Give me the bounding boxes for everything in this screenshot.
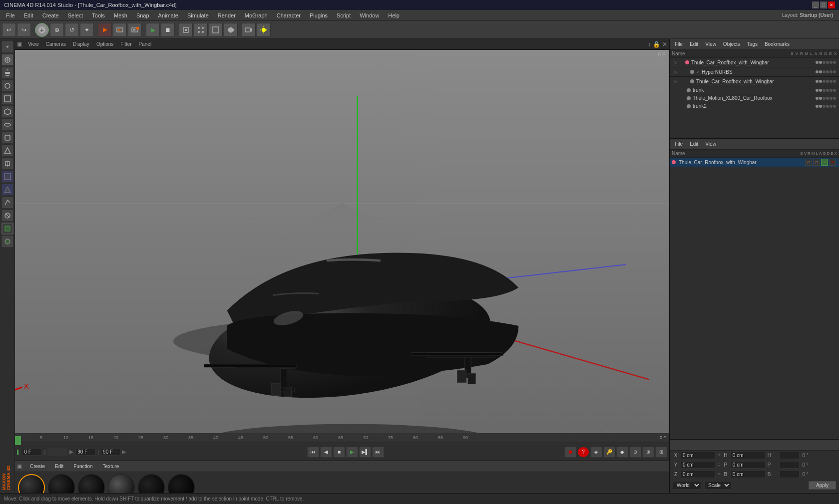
menu-mesh[interactable]: Mesh	[110, 11, 131, 19]
undo-button[interactable]: ↩	[2, 23, 16, 37]
viewport-lock-icon[interactable]: 🔒	[653, 41, 660, 48]
display-menu[interactable]: Display	[70, 41, 92, 47]
left-tool-16[interactable]	[1, 236, 13, 248]
viewport-expand-icon[interactable]: ↕	[648, 41, 651, 48]
obj2-item-1[interactable]: Thule_Car_Roofbox_with_Wingbar ◻ ◻ ✓ ✕	[670, 158, 839, 167]
coord-x-pos[interactable]	[681, 452, 716, 459]
coord-y-size[interactable]	[731, 461, 766, 469]
panel-menu[interactable]: Panel	[136, 41, 155, 47]
left-tool-8[interactable]	[1, 132, 13, 144]
obj-item-1[interactable]: ▷ Thule_Car_Roofbox_with_Wingbar	[670, 58, 839, 67]
edge-mode-button[interactable]	[209, 23, 223, 37]
rotate-tool-button[interactable]: ↺	[65, 23, 79, 37]
marker-button[interactable]: ◆	[616, 447, 628, 458]
coord-x-rot[interactable]	[780, 452, 800, 459]
move-tool-button[interactable]: ✛	[35, 23, 49, 37]
obj-item-2[interactable]: ▷ ✓ HyperNURBS	[670, 67, 839, 77]
frame-input-2[interactable]	[47, 448, 67, 456]
anim-play-button[interactable]: ▶	[146, 23, 160, 37]
obj2-edit-btn[interactable]: Edit	[687, 141, 701, 147]
obj-objects-btn[interactable]: Objects	[720, 41, 743, 47]
motion-button[interactable]: ⊙	[629, 447, 641, 458]
menu-help[interactable]: Help	[384, 11, 404, 19]
render-settings-button[interactable]	[128, 23, 142, 37]
menu-plugins[interactable]: Plugins	[306, 11, 332, 19]
menu-window[interactable]: Window	[356, 11, 383, 19]
object-mode-button[interactable]	[179, 23, 193, 37]
obj-item-5[interactable]: Thule_Motion_XL800_Car_Roofbox	[670, 94, 839, 102]
stop-button[interactable]: ■	[333, 447, 345, 458]
coord-y-rot[interactable]	[780, 461, 800, 469]
render-button[interactable]	[98, 23, 112, 37]
menu-character[interactable]: Character	[273, 11, 305, 19]
left-tool-11[interactable]	[1, 171, 13, 183]
left-tool-10[interactable]	[1, 158, 13, 170]
play-button[interactable]: ▶	[346, 447, 358, 458]
apply-button[interactable]: Apply	[809, 481, 836, 490]
menu-mograph[interactable]: MoGraph	[241, 11, 272, 19]
scale-tool-button[interactable]: ✦	[80, 23, 94, 37]
polygon-mode-button[interactable]	[224, 23, 238, 37]
mat-function-btn[interactable]: Function	[69, 463, 96, 470]
menu-file[interactable]: File	[2, 11, 19, 19]
viewport-close-icon[interactable]: ✕	[662, 41, 667, 48]
menu-create[interactable]: Create	[38, 11, 63, 19]
coord-y-pos[interactable]	[681, 461, 716, 469]
left-tool-14[interactable]	[1, 210, 13, 222]
menu-edit[interactable]: Edit	[20, 11, 37, 19]
menu-script[interactable]: Script	[333, 11, 355, 19]
mat-create-btn[interactable]: Create	[26, 463, 49, 470]
left-tool-15[interactable]	[1, 223, 13, 235]
left-tool-1[interactable]: ⌖	[1, 41, 13, 53]
left-tool-13[interactable]	[1, 197, 13, 209]
coord-world-select[interactable]: World Object	[673, 481, 701, 490]
next-frame-button[interactable]: ▶▌	[359, 447, 371, 458]
render-region-button[interactable]	[113, 23, 127, 37]
menu-animate[interactable]: Animate	[154, 11, 182, 19]
mat-edit-btn[interactable]: Edit	[51, 463, 67, 470]
minimize-button[interactable]: _	[812, 1, 819, 8]
mat-texture-btn[interactable]: Texture	[99, 463, 123, 470]
record-button[interactable]: ⏺	[564, 447, 576, 458]
coord-z-rot[interactable]	[780, 471, 800, 478]
frame-end-input[interactable]	[75, 448, 95, 456]
light-button[interactable]	[257, 23, 271, 37]
obj-item-3[interactable]: ▷ Thule_Car_Roofbox_with_Wingbar	[670, 77, 839, 86]
close-button[interactable]: ✕	[828, 1, 835, 8]
left-tool-3[interactable]	[1, 67, 13, 79]
obj-item-6[interactable]: trunk2	[670, 102, 839, 110]
left-tool-6[interactable]	[1, 106, 13, 118]
camera-button[interactable]	[242, 23, 256, 37]
obj2-view-btn[interactable]: View	[702, 141, 719, 147]
prev-frame-button[interactable]: ◀	[320, 447, 332, 458]
anim-stop-button[interactable]: ⏹	[161, 23, 175, 37]
frame-current-input[interactable]	[22, 448, 42, 456]
left-tool-2[interactable]	[1, 54, 13, 66]
viewport[interactable]: Y X Perspective 0 F	[15, 50, 669, 433]
obj-bookmarks-btn[interactable]: Bookmarks	[762, 41, 793, 47]
help-button[interactable]: ?	[577, 447, 589, 458]
cameras-menu[interactable]: Cameras	[43, 41, 69, 47]
coord-scale-select[interactable]: Scale Size	[704, 481, 731, 490]
obj-tags-btn[interactable]: Tags	[744, 41, 761, 47]
options-menu[interactable]: Options	[93, 41, 116, 47]
maximize-button[interactable]: □	[820, 1, 827, 8]
timeline-playhead[interactable]	[15, 436, 21, 445]
ik-button[interactable]: ⊕	[642, 447, 654, 458]
left-tool-12[interactable]	[1, 184, 13, 196]
menu-snap[interactable]: Snap	[132, 11, 153, 19]
menu-simulate[interactable]: Simulate	[183, 11, 213, 19]
obj-item-4[interactable]: trunk	[670, 86, 839, 94]
frame-end-input2[interactable]	[101, 448, 121, 456]
obj-view-btn[interactable]: View	[702, 41, 719, 47]
timeline-settings[interactable]: ⊞	[655, 447, 667, 458]
left-tool-4[interactable]	[1, 80, 13, 92]
left-tool-9[interactable]	[1, 145, 13, 157]
filter-menu[interactable]: Filter	[117, 41, 134, 47]
obj2-file-btn[interactable]: File	[672, 141, 686, 147]
obj-edit-btn[interactable]: Edit	[687, 41, 701, 47]
coord-z-pos[interactable]	[681, 471, 716, 478]
coord-x-size[interactable]	[731, 452, 766, 459]
view-menu[interactable]: View	[25, 41, 42, 47]
coord-z-size[interactable]	[731, 471, 766, 478]
